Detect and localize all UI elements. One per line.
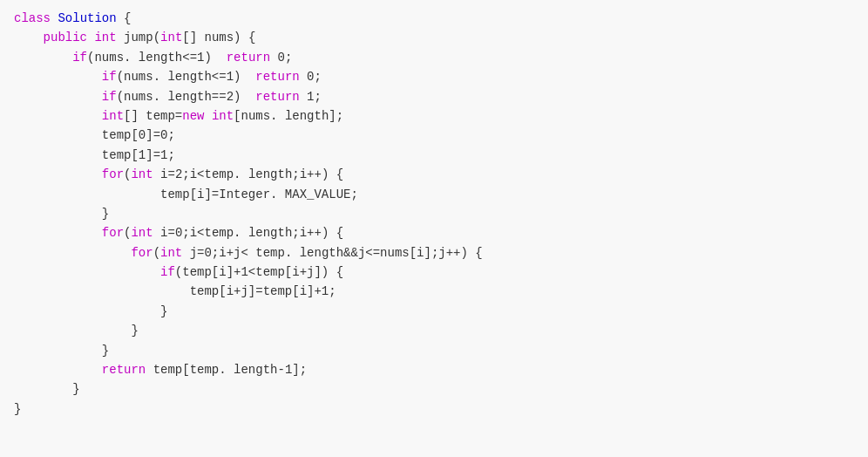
code-token: (nums. length==2) — [117, 90, 256, 104]
code-token: for — [102, 226, 124, 240]
code-token: [] temp= — [124, 109, 182, 123]
code-token — [14, 148, 102, 162]
code-token: int — [94, 31, 116, 44]
code-token: } — [72, 382, 79, 396]
code-token: int — [102, 109, 124, 123]
code-token — [14, 51, 72, 65]
code-token: if — [102, 90, 117, 104]
code-token: 0; — [300, 70, 322, 84]
code-line: class Solution { — [14, 9, 854, 28]
code-line: } — [14, 302, 854, 321]
code-token — [14, 167, 102, 181]
code-line: } — [14, 321, 854, 340]
code-token — [14, 344, 102, 358]
code-token: } — [160, 304, 167, 318]
code-token — [14, 265, 160, 279]
code-token: } — [131, 324, 138, 338]
code-token: { — [117, 11, 132, 25]
code-token: 0; — [270, 51, 292, 65]
code-token — [14, 70, 102, 84]
code-line: } — [14, 204, 854, 223]
code-token: return — [255, 70, 299, 84]
code-line: if(nums. length<=1) return 0; — [14, 67, 854, 86]
code-line: return temp[temp. length-1]; — [14, 360, 854, 379]
code-token: new — [182, 109, 204, 123]
code-line: } — [14, 379, 854, 399]
code-token: temp[1]=1; — [102, 148, 175, 162]
code-token: return — [102, 363, 146, 377]
code-token: (nums. length<=1) — [117, 70, 256, 84]
code-token: i=2;i<temp. length;i++) { — [153, 167, 343, 181]
code-line: temp[i]=Integer. MAX_VALUE; — [14, 185, 854, 204]
code-line: temp[0]=0; — [14, 126, 854, 145]
code-token: int — [212, 109, 234, 123]
code-token — [204, 109, 211, 123]
code-token: int — [131, 226, 153, 240]
code-line: temp[1]=1; — [14, 146, 854, 165]
code-line: } — [14, 399, 854, 419]
code-token: for — [131, 246, 153, 260]
code-token: public — [44, 31, 87, 44]
code-token: temp[temp. length-1]; — [146, 363, 307, 377]
code-token: temp[i+j]=temp[i]+1; — [190, 284, 336, 298]
code-token — [14, 304, 160, 318]
code-token — [14, 363, 102, 377]
code-token: if — [160, 265, 175, 279]
code-line: if(nums. length==2) return 1; — [14, 87, 854, 106]
code-line: temp[i+j]=temp[i]+1; — [14, 282, 854, 301]
code-token — [14, 90, 102, 104]
code-content: class Solution { public int jump(int[] n… — [14, 9, 854, 419]
code-token: temp[0]=0; — [102, 128, 175, 142]
code-line: } — [14, 341, 854, 360]
code-token — [14, 188, 160, 201]
code-token: int — [131, 167, 153, 181]
code-token — [14, 31, 44, 44]
code-token — [14, 324, 131, 338]
code-token: return — [227, 51, 270, 65]
code-token: class — [14, 11, 58, 25]
code-token: (nums. length<=1) — [87, 51, 227, 65]
code-token: if — [72, 51, 87, 65]
code-token: ( — [153, 246, 160, 260]
code-token: Solution — [58, 11, 116, 25]
code-token: jump( — [117, 31, 160, 44]
code-line: for(int j=0;i+j< temp. length&&j<=nums[i… — [14, 243, 854, 263]
code-token: for — [102, 167, 124, 181]
code-token — [14, 284, 190, 298]
code-token: i=0;i<temp. length;i++) { — [153, 226, 343, 240]
code-line: for(int i=0;i<temp. length;i++) { — [14, 223, 854, 242]
code-token — [14, 382, 72, 396]
code-token: 1; — [300, 90, 322, 104]
code-token: if — [102, 70, 117, 84]
code-token: temp[i]=Integer. MAX_VALUE; — [160, 188, 358, 201]
code-token: int — [160, 246, 182, 260]
code-line: for(int i=2;i<temp. length;i++) { — [14, 165, 854, 184]
code-token: [nums. length]; — [234, 109, 343, 123]
code-token — [14, 128, 102, 142]
code-line: if(temp[i]+1<temp[i+j]) { — [14, 263, 854, 282]
code-token — [14, 109, 102, 123]
code-token: int — [160, 31, 182, 44]
code-token: [] nums) { — [182, 31, 255, 44]
code-token: } — [14, 402, 21, 416]
code-editor: class Solution { public int jump(int[] n… — [0, 0, 868, 457]
code-line: if(nums. length<=1) return 0; — [14, 48, 854, 67]
code-token: return — [255, 90, 299, 104]
code-token — [14, 226, 102, 240]
code-token — [14, 207, 102, 221]
code-line: int[] temp=new int[nums. length]; — [14, 106, 854, 126]
code-token: } — [102, 207, 109, 221]
code-token: } — [102, 344, 109, 358]
code-token — [14, 246, 131, 260]
code-token: j=0;i+j< temp. length&&j<=nums[i];j++) { — [182, 246, 482, 260]
code-token: (temp[i]+1<temp[i+j]) { — [175, 265, 343, 279]
code-line: public int jump(int[] nums) { — [14, 28, 854, 47]
